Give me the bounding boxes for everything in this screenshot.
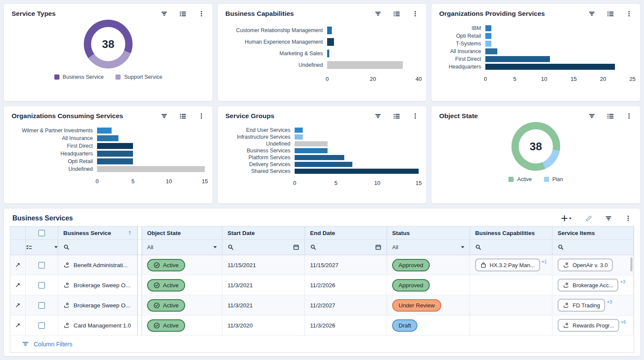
bar[interactable] — [97, 143, 133, 149]
row-checkbox[interactable] — [38, 282, 45, 289]
chevron-down-icon[interactable] — [461, 246, 464, 248]
business-service-name[interactable]: Brokerage Sweep O... — [74, 302, 130, 309]
bar[interactable] — [97, 158, 133, 164]
kebab-icon[interactable] — [626, 10, 632, 17]
filter-icon[interactable] — [588, 113, 595, 119]
bar[interactable] — [97, 151, 133, 157]
business-service-name[interactable]: Benefit Administrati... — [74, 262, 128, 268]
filter-status[interactable]: All — [387, 240, 470, 255]
bar[interactable] — [97, 135, 118, 141]
column-header-business-capabilities[interactable]: Business Capabilities — [470, 226, 552, 239]
service-item-chip[interactable]: FD Trading — [558, 299, 605, 312]
sort-asc-icon[interactable]: ↑ — [127, 230, 132, 236]
bar[interactable] — [295, 128, 303, 133]
more-count[interactable]: +3 — [607, 299, 612, 304]
kebab-icon[interactable] — [412, 113, 419, 119]
row-checkbox[interactable] — [38, 322, 45, 329]
bar[interactable] — [327, 38, 334, 46]
filter-icon[interactable] — [605, 215, 612, 222]
more-count[interactable]: +6 — [621, 319, 626, 324]
bar[interactable] — [327, 61, 403, 69]
open-icon[interactable]: ↗ — [15, 301, 21, 309]
bar[interactable] — [327, 50, 329, 57]
business-service-cell[interactable]: Brokerage Sweep O... — [58, 295, 138, 315]
row-checkbox[interactable] — [38, 302, 45, 309]
filter-icon[interactable] — [161, 113, 168, 119]
capability-chip[interactable]: HX.3.2 Pay Man... — [475, 259, 540, 271]
bar[interactable] — [295, 141, 328, 146]
business-service-cell[interactable]: Benefit Administrati... — [58, 255, 138, 275]
column-header-start-date[interactable]: Start Date — [222, 226, 305, 239]
bar[interactable] — [485, 25, 491, 31]
legend-item-active[interactable]: Active — [508, 176, 532, 182]
bar[interactable] — [97, 166, 205, 172]
add-icon[interactable] — [561, 215, 572, 222]
business-service-cell[interactable]: Card Management 1.0 — [58, 315, 138, 335]
chevron-down-icon[interactable] — [54, 246, 58, 248]
bar[interactable] — [97, 128, 112, 134]
bar[interactable] — [295, 169, 419, 174]
column-header-end-date[interactable]: End Date — [305, 226, 387, 239]
chevron-down-icon[interactable] — [213, 246, 217, 248]
donut-chart[interactable]: 38 — [511, 122, 560, 171]
bar[interactable] — [295, 162, 352, 167]
edit-icon[interactable] — [585, 215, 592, 222]
bar[interactable] — [295, 155, 344, 160]
bar[interactable] — [485, 64, 615, 70]
vertical-scrollbar[interactable] — [630, 257, 632, 271]
kebab-icon[interactable] — [626, 113, 632, 119]
bar[interactable] — [327, 27, 332, 34]
calendar-icon[interactable] — [293, 244, 299, 250]
list-icon[interactable] — [607, 113, 614, 120]
filter-object-state[interactable]: All — [142, 240, 222, 255]
bar[interactable] — [485, 56, 550, 62]
column-header-status[interactable]: Status — [387, 226, 470, 239]
list-icon[interactable] — [393, 10, 400, 18]
list-icon[interactable] — [179, 113, 186, 120]
legend-item-support-service[interactable]: Support Service — [115, 74, 162, 80]
filter-icon[interactable] — [375, 10, 381, 17]
donut-chart[interactable]: 38 — [84, 20, 133, 68]
open-icon[interactable]: ↗ — [15, 261, 21, 269]
column-header-business-service[interactable]: Business Service↑ — [58, 226, 138, 239]
column-header-object-state[interactable]: Object State — [142, 226, 222, 239]
open-icon[interactable]: ↗ — [15, 321, 21, 329]
more-count[interactable]: +1 — [542, 259, 547, 264]
business-service-cell[interactable]: Brokerage Sweep O... — [58, 275, 138, 295]
bar[interactable] — [295, 148, 328, 153]
filter-business-capabilities[interactable] — [470, 240, 552, 255]
selection-filter-cell[interactable] — [26, 240, 58, 255]
legend-item-business-service[interactable]: Business Service — [54, 74, 104, 80]
calendar-icon[interactable] — [375, 244, 381, 250]
filter-service-items[interactable] — [552, 240, 634, 255]
filter-icon[interactable] — [161, 10, 168, 17]
business-service-name[interactable]: Brokerage Sweep O... — [74, 282, 130, 289]
list-icon[interactable] — [393, 113, 400, 120]
open-icon[interactable]: ↗ — [15, 281, 21, 289]
list-icon[interactable] — [607, 10, 614, 18]
column-filters-link[interactable]: Column Filters — [34, 341, 72, 348]
list-icon[interactable] — [179, 10, 186, 18]
select-all-checkbox[interactable] — [38, 230, 45, 236]
filter-end-date[interactable] — [305, 240, 387, 255]
bar[interactable] — [295, 134, 303, 140]
column-header-service-items[interactable]: Service Items — [552, 226, 634, 239]
bar[interactable] — [485, 48, 497, 54]
bar[interactable] — [485, 41, 491, 47]
legend-item-plan[interactable]: Plan — [544, 176, 563, 182]
kebab-icon[interactable] — [412, 10, 419, 17]
filter-start-date[interactable] — [222, 240, 305, 255]
service-item-chip[interactable]: Rewards Progr... — [558, 319, 619, 332]
filter-icon[interactable] — [588, 10, 595, 17]
business-service-name[interactable]: Card Management 1.0 — [74, 322, 131, 329]
kebab-icon[interactable] — [198, 10, 205, 17]
kebab-icon[interactable] — [198, 113, 205, 119]
kebab-icon[interactable] — [625, 215, 632, 222]
row-checkbox[interactable] — [38, 262, 45, 268]
bar[interactable] — [485, 33, 491, 39]
more-count[interactable]: +3 — [620, 279, 625, 284]
service-item-chip[interactable]: OpenAir v. 3.0 — [558, 259, 613, 271]
filter-business-service[interactable] — [58, 240, 138, 255]
service-item-chip[interactable]: Brokerage Acc... — [558, 279, 618, 292]
filter-icon[interactable] — [375, 113, 381, 119]
